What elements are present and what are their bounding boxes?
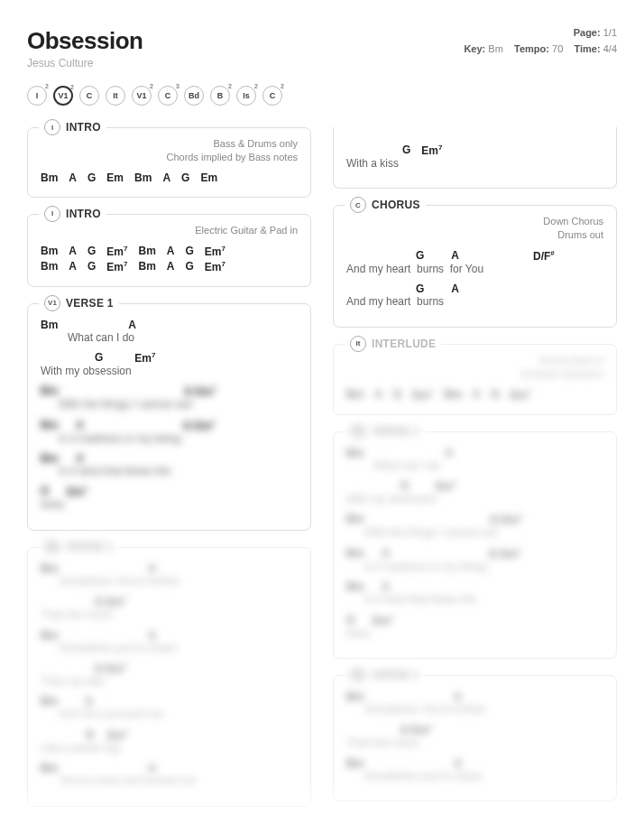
section-blurred: V1VERSE 1 BmASometimes You're further G … — [333, 675, 617, 801]
chord: A — [69, 171, 77, 184]
header: Obsession Jesus Culture Page: 1/1 Key: B… — [27, 27, 617, 69]
chord: A — [167, 260, 175, 273]
section-intro-1: I INTRO Bass & Drums only Chords implied… — [27, 127, 311, 198]
nav-pill-v1[interactable]: V12 — [132, 86, 152, 106]
nav-pill-v1[interactable]: V12 — [53, 86, 73, 106]
chord: Em7 — [412, 388, 433, 402]
section-badge: C — [350, 197, 366, 213]
section-name: INTRO — [66, 208, 101, 220]
chord: A — [374, 388, 382, 402]
chord: Bm — [445, 388, 462, 402]
nav-pill-bd[interactable]: Bd — [184, 86, 204, 106]
nav-pill-c[interactable]: C3 — [158, 86, 178, 106]
chord: Em7 — [511, 388, 531, 402]
section-nav: I2V12CItV12C3BdB2Is2C2 — [27, 86, 617, 106]
blurred-content: GEm7 trees — [41, 485, 298, 511]
chord: G — [393, 388, 401, 402]
chord: A — [162, 171, 170, 184]
lyric-block: BmA What can I do GEm7 With my obsession… — [41, 319, 298, 512]
section-fragment: GEm7 With a kiss — [333, 127, 617, 189]
nav-pill-c[interactable]: C2 — [262, 86, 282, 106]
section-blurred: V1VERSE 1 BmAWhat can I do GEm7With my o… — [333, 431, 617, 659]
blurred-content: BmG Em7 With the things I cannot see — [41, 384, 298, 411]
chord: Bm — [346, 388, 363, 402]
chord: G — [492, 388, 500, 402]
chord: Em — [200, 171, 217, 184]
tempo-value: 70 — [552, 43, 563, 54]
chord: Bm — [41, 245, 58, 258]
lyric-row: BmA What can I do — [41, 319, 298, 344]
chord: G — [186, 245, 194, 258]
chord-row: BmAGEm7BmAGEm7 — [346, 388, 603, 402]
chord: Bm — [41, 260, 58, 273]
chord: Bm — [139, 260, 156, 273]
chord: Em — [106, 171, 124, 184]
time-label: Time: — [575, 43, 601, 54]
chord: A — [69, 245, 77, 258]
section-notes: Bass & Drums only Chords implied by Bass… — [41, 137, 298, 164]
lyric-row: G A And my heart burns — [346, 282, 603, 308]
artist-name: Jesus Culture — [27, 57, 143, 69]
lyric-row: G A D/F# And my heart burns for You — [346, 249, 603, 275]
key-label: Key: — [464, 43, 485, 54]
time-value: 4/4 — [603, 43, 617, 54]
lyric-row: GEm7 With a kiss — [346, 143, 603, 170]
nav-pill-is[interactable]: Is2 — [236, 86, 256, 106]
chord-row: BmAGEm7BmAGEm7 — [41, 260, 298, 273]
song-title: Obsession — [27, 27, 143, 55]
section-name: INTERLUDE — [372, 338, 436, 350]
chord: A — [167, 245, 175, 258]
page-value: 1/1 — [603, 27, 617, 38]
chord: G — [186, 260, 194, 273]
chord: G — [87, 260, 96, 273]
section-badge: It — [350, 336, 366, 352]
section-chorus: C CHORUS Down Chorus Drums out G A D/F# … — [333, 205, 617, 327]
section-notes: Down Chorus Drums out — [346, 215, 603, 242]
chord: Em7 — [205, 260, 225, 273]
section-interlude: It INTERLUDE Drums back in Increase dyna… — [333, 344, 617, 415]
right-column: GEm7 With a kiss C CHORUS Down Chorus Dr… — [333, 127, 617, 807]
chord: A — [473, 388, 481, 402]
chord: Bm — [139, 245, 156, 258]
chord-row: BmAGEm7BmAGEm7 — [41, 245, 298, 258]
chord: G — [87, 171, 96, 184]
blurred-content: BmA Is it wind that blows the — [41, 452, 298, 477]
page-label: Page: — [574, 27, 601, 38]
section-name: CHORUS — [372, 199, 420, 211]
meta-info: Page: 1/1 Key: Bm Tempo: 70 Time: 4/4 — [464, 27, 617, 54]
key-value: Bm — [488, 43, 503, 54]
chord: Em7 — [106, 245, 127, 258]
nav-pill-it[interactable]: It — [106, 86, 125, 106]
columns: I INTRO Bass & Drums only Chords implied… — [27, 127, 617, 807]
chord: G — [181, 171, 189, 184]
nav-pill-b[interactable]: B2 — [210, 86, 230, 106]
chord: Em7 — [205, 245, 225, 258]
section-notes: Drums back in Increase dynamics — [346, 354, 603, 381]
section-badge: I — [44, 206, 60, 222]
section-badge: V1 — [44, 295, 60, 311]
chord-row: BmAGEmBmAGEm — [41, 171, 298, 184]
left-column: I INTRO Bass & Drums only Chords implied… — [27, 127, 311, 807]
section-verse-1: V1 VERSE 1 BmA What can I do GEm7 With m… — [27, 303, 311, 531]
section-badge: I — [44, 119, 60, 135]
chord: Em7 — [106, 260, 127, 273]
nav-pill-c[interactable]: C — [79, 86, 99, 106]
tempo-label: Tempo: — [514, 43, 549, 54]
section-name: INTRO — [66, 121, 101, 134]
section-intro-2: I INTRO Electric Guitar & Pad in BmAGEm7… — [27, 214, 311, 287]
blurred-content: BmAG Em7 Is it madness in my being — [41, 419, 298, 445]
section-name: VERSE 1 — [66, 297, 114, 310]
chord: Bm — [41, 171, 58, 184]
lyric-row: GEm7 With my obsession — [41, 351, 298, 377]
section-notes: Electric Guitar & Pad in — [41, 224, 298, 237]
section-blurred: V1 VERSE 1 BmASometimes You're further G… — [27, 547, 311, 807]
chord: A — [69, 260, 77, 273]
chord: Bm — [134, 171, 152, 184]
nav-pill-i[interactable]: I2 — [27, 86, 47, 106]
title-group: Obsession Jesus Culture — [27, 27, 143, 69]
chord: G — [87, 245, 96, 258]
